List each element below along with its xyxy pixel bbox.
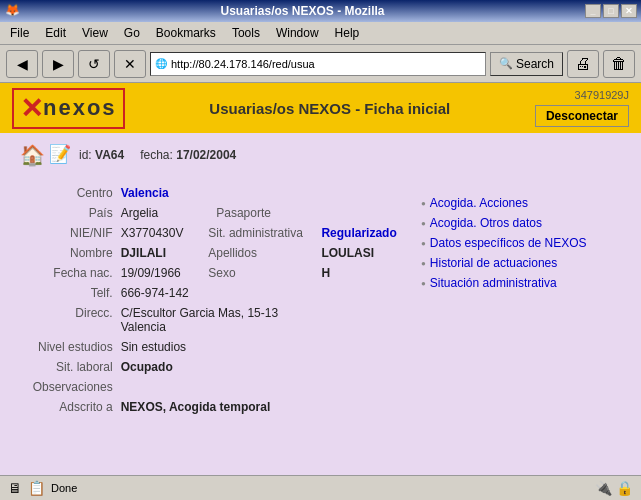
- id-label: id: VA64: [79, 148, 124, 162]
- statusbar-icon1: 🖥: [8, 480, 22, 496]
- header-right: 34791929J Desconectar: [535, 89, 629, 127]
- table-row: Fecha nac. 19/09/1966 Sexo H: [20, 263, 409, 283]
- edit-icon[interactable]: 📝: [49, 143, 71, 167]
- centro-value: Valencia: [117, 183, 201, 203]
- status-bar: 🖥 📋 Done 🔌 🔒: [0, 475, 641, 499]
- centro-label: Centro: [20, 183, 117, 203]
- direcc-value: C/Escultor Garcia Mas, 15-13Valencia: [117, 303, 409, 337]
- menu-help[interactable]: Help: [329, 24, 366, 42]
- trash-button[interactable]: 🗑: [603, 50, 635, 78]
- record-nav-icons: 🏠 📝: [20, 143, 71, 167]
- minimize-button[interactable]: _: [585, 4, 601, 18]
- link-historial[interactable]: Historial de actuaciones: [430, 256, 557, 270]
- link-situacion-admin[interactable]: Situación administrativa: [430, 276, 557, 290]
- menu-file[interactable]: File: [4, 24, 35, 42]
- menu-tools[interactable]: Tools: [226, 24, 266, 42]
- direcc-label: Direcc.: [20, 303, 117, 337]
- list-item: Acogida. Otros datos: [421, 213, 621, 233]
- record-header: 🏠 📝 id: VA64 fecha: 17/02/2004: [20, 143, 621, 171]
- menu-go[interactable]: Go: [118, 24, 146, 42]
- stop-icon: ✕: [124, 56, 136, 72]
- forward-button[interactable]: ▶: [42, 50, 74, 78]
- search-button[interactable]: 🔍 Search: [490, 52, 563, 76]
- form-table: Centro Valencia País Argelia Pasaporte N…: [20, 183, 409, 417]
- reload-button[interactable]: ↺: [78, 50, 110, 78]
- list-item: Situación administrativa: [421, 273, 621, 293]
- fechanac-label: Fecha nac.: [20, 263, 117, 283]
- observaciones-label: Observaciones: [20, 377, 117, 397]
- logo-x: ✕: [20, 92, 43, 125]
- nie-label: NIE/NIF: [20, 223, 117, 243]
- fechanac-value: 19/09/1966: [117, 263, 201, 283]
- nombre-label: Nombre: [20, 243, 117, 263]
- lock-icon: 🔒: [616, 480, 633, 496]
- back-button[interactable]: ◀: [6, 50, 38, 78]
- table-row: Direcc. C/Escultor Garcia Mas, 15-13Vale…: [20, 303, 409, 337]
- menu-bar: File Edit View Go Bookmarks Tools Window…: [0, 22, 641, 45]
- list-item: Datos específicos de NEXOS: [421, 233, 621, 253]
- stop-button[interactable]: ✕: [114, 50, 146, 78]
- statusbar-icon2: 📋: [28, 480, 45, 496]
- status-text: Done: [51, 482, 77, 494]
- apellidos-label: Apellidos: [200, 243, 317, 263]
- fecha-label: fecha: 17/02/2004: [140, 148, 236, 162]
- home-icon[interactable]: 🏠: [20, 143, 45, 167]
- disconnect-button[interactable]: Desconectar: [535, 105, 629, 127]
- close-button[interactable]: ✕: [621, 4, 637, 18]
- telf-label: Telf.: [20, 283, 117, 303]
- link-datos-nexos[interactable]: Datos específicos de NEXOS: [430, 236, 587, 250]
- menu-view[interactable]: View: [76, 24, 114, 42]
- window-app-icon: 🦊: [4, 3, 20, 19]
- nivelestudios-value: Sin estudios: [117, 337, 409, 357]
- pasaporte-label: Pasaporte: [200, 203, 317, 223]
- sexo-value: H: [317, 263, 409, 283]
- telf-value: 666-974-142: [117, 283, 201, 303]
- address-icon: 🌐: [155, 58, 167, 69]
- nombre-value: DJILALI: [117, 243, 201, 263]
- table-row: País Argelia Pasaporte: [20, 203, 409, 223]
- adscrito-value: NEXOS, Acogida temporal: [117, 397, 409, 417]
- toolbar: ◀ ▶ ↺ ✕ 🌐 🔍 Search 🖨 🗑: [0, 45, 641, 83]
- link-acogida-acciones[interactable]: Acogida. Acciones: [430, 196, 528, 210]
- fecha-value: 17/02/2004: [176, 148, 236, 162]
- window-title-bar: 🦊 Usuarias/os NEXOS - Mozilla _ □ ✕: [0, 0, 641, 22]
- pais-value: Argelia: [117, 203, 201, 223]
- status-icons: 🔌 🔒: [595, 480, 633, 496]
- session-id: 34791929J: [575, 89, 629, 101]
- table-row: Adscrito a NEXOS, Acogida temporal: [20, 397, 409, 417]
- search-icon: 🔍: [499, 57, 513, 70]
- menu-edit[interactable]: Edit: [39, 24, 72, 42]
- table-row: Telf. 666-974-142: [20, 283, 409, 303]
- record-id-area: id: VA64 fecha: 17/02/2004: [79, 148, 236, 162]
- address-bar[interactable]: 🌐: [150, 52, 486, 76]
- sit-admin-value: Regularizado: [317, 223, 409, 243]
- address-input[interactable]: [171, 58, 481, 70]
- table-row: Sit. laboral Ocupado: [20, 357, 409, 377]
- menu-bookmarks[interactable]: Bookmarks: [150, 24, 222, 42]
- logo-area: ✕ nexos: [12, 88, 125, 129]
- sexo-label: Sexo: [200, 263, 317, 283]
- adscrito-label: Adscrito a: [20, 397, 117, 417]
- right-panel: Acogida. Acciones Acogida. Otros datos D…: [421, 183, 621, 417]
- trash-icon: 🗑: [611, 55, 627, 73]
- window-controls[interactable]: _ □ ✕: [585, 4, 641, 18]
- table-row: Nombre DJILALI Apellidos LOULASI: [20, 243, 409, 263]
- nie-value: X3770430V: [117, 223, 201, 243]
- logo-box: ✕ nexos: [12, 88, 125, 129]
- network-icon: 🔌: [595, 480, 612, 496]
- window-title: Usuarias/os NEXOS - Mozilla: [20, 4, 585, 18]
- print-button[interactable]: 🖨: [567, 50, 599, 78]
- left-panel: Centro Valencia País Argelia Pasaporte N…: [20, 183, 409, 417]
- apellidos-value: LOULASI: [317, 243, 409, 263]
- pais-label: País: [20, 203, 117, 223]
- reload-icon: ↺: [88, 56, 100, 72]
- maximize-button[interactable]: □: [603, 4, 619, 18]
- sitlaboral-value: Ocupado: [117, 357, 409, 377]
- link-acogida-otros[interactable]: Acogida. Otros datos: [430, 216, 542, 230]
- sit-admin-label: Sit. administrativa: [200, 223, 317, 243]
- menu-window[interactable]: Window: [270, 24, 325, 42]
- table-row: Observaciones: [20, 377, 409, 397]
- table-row: NIE/NIF X3770430V Sit. administrativa Re…: [20, 223, 409, 243]
- side-links: Acogida. Acciones Acogida. Otros datos D…: [421, 193, 621, 293]
- centro-col2-val: [317, 183, 409, 203]
